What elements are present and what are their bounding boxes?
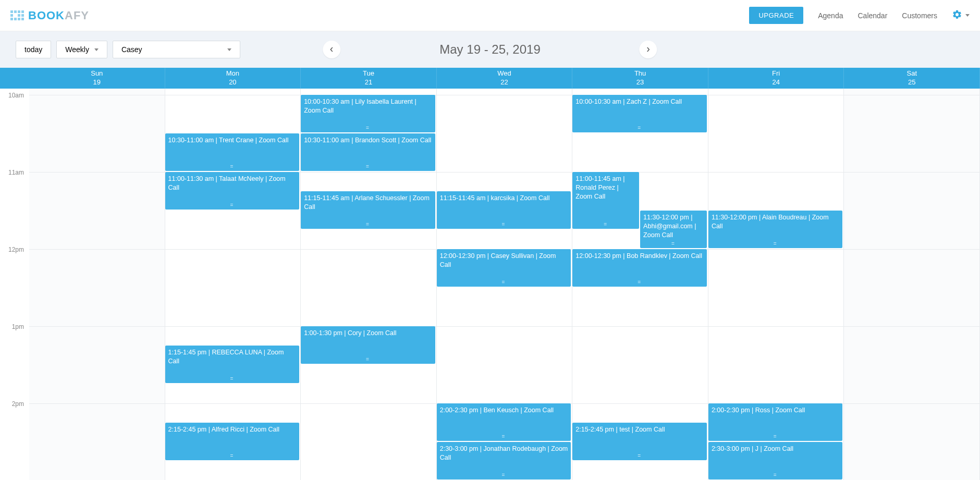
day-column[interactable]: 10:00-10:30 am | Lily Isabella Laurent |…	[301, 89, 437, 480]
event-title: 12:00-12:30 pm | Bob Randklev | Zoom Cal…	[575, 252, 704, 261]
user-select[interactable]: Casey	[113, 41, 240, 58]
chevron-left-icon	[329, 47, 334, 52]
nav-agenda[interactable]: Agenda	[818, 11, 843, 20]
prev-week-button[interactable]	[323, 41, 340, 58]
calendar-event[interactable]: 11:15-11:45 am | karcsika | Zoom Call=	[437, 191, 571, 229]
logo-text: BOOKAFY	[28, 9, 89, 22]
event-title: 11:15-11:45 am | karcsika | Zoom Call	[440, 194, 568, 203]
day-column[interactable]: 11:30-12:00 pm | Alain Boudreau | Zoom C…	[708, 89, 844, 480]
event-title: 2:30-3:00 pm | J | Zoom Call	[712, 445, 840, 453]
calendar-event[interactable]: 2:30-3:00 pm | Jonathan Rodebaugh | Zoom…	[437, 442, 571, 479]
event-title: 11:30-12:00 pm | Alain Boudreau | Zoom C…	[712, 213, 840, 231]
time-label: 10am	[8, 92, 24, 99]
resize-handle-icon[interactable]: =	[774, 240, 778, 248]
event-title: 2:15-2:45 pm | test | Zoom Call	[575, 425, 704, 434]
nav-customers[interactable]: Customers	[902, 11, 937, 20]
calendar-event[interactable]: 10:00-10:30 am | Zach Z | Zoom Call=	[572, 95, 707, 132]
event-title: 2:00-2:30 pm | Ross | Zoom Call	[712, 406, 840, 415]
logo-icon	[10, 10, 24, 20]
event-title: 10:00-10:30 am | Lily Isabella Laurent |…	[304, 97, 432, 115]
calendar-event[interactable]: 11:00-11:30 am | Talaat McNeely | Zoom C…	[165, 172, 300, 210]
resize-handle-icon[interactable]: =	[230, 202, 234, 209]
next-week-button[interactable]	[640, 41, 657, 58]
calendar-event[interactable]: 1:15-1:45 pm | REBECCA LUNA | Zoom Call=	[165, 346, 300, 383]
calendar-event[interactable]: 2:15-2:45 pm | test | Zoom Call=	[572, 423, 707, 460]
day-header-row: Sun19Mon20Tue21Wed22Thu23Fri24Sat25	[0, 68, 980, 89]
event-title: 11:00-11:30 am | Talaat McNeely | Zoom C…	[168, 175, 297, 192]
brand-logo[interactable]: BOOKAFY	[10, 9, 89, 22]
resize-handle-icon[interactable]: =	[366, 125, 370, 132]
gear-icon	[952, 9, 962, 21]
resize-handle-icon[interactable]: =	[230, 452, 234, 460]
day-column[interactable]: 10:00-10:30 am | Zach Z | Zoom Call=11:0…	[572, 89, 708, 480]
grid-body: 10:30-11:00 am | Trent Crane | Zoom Call…	[29, 89, 980, 480]
day-column[interactable]: 10:30-11:00 am | Trent Crane | Zoom Call…	[165, 89, 301, 480]
calendar-event[interactable]: 10:00-10:30 am | Lily Isabella Laurent |…	[301, 95, 435, 132]
calendar-event[interactable]: 12:00-12:30 pm | Casey Sullivan | Zoom C…	[437, 249, 571, 287]
day-header: Mon20	[165, 68, 301, 89]
event-title: 11:15-11:45 am | Arlane Schuessler | Zoo…	[304, 194, 432, 212]
calendar-event[interactable]: 10:30-11:00 am | Brandon Scott | Zoom Ca…	[301, 133, 435, 171]
resize-handle-icon[interactable]: =	[638, 452, 642, 460]
chevron-right-icon	[646, 47, 651, 52]
today-button[interactable]: today	[16, 41, 51, 58]
calendar-event[interactable]: 11:30-12:00 pm | Abhi@gmail.com | Zoom C…	[640, 211, 707, 248]
event-title: 10:30-11:00 am | Brandon Scott | Zoom Ca…	[304, 136, 432, 145]
resize-handle-icon[interactable]: =	[502, 472, 506, 479]
event-title: 11:30-12:00 pm | Abhi@gmail.com | Zoom C…	[643, 213, 704, 240]
resize-handle-icon[interactable]: =	[230, 163, 234, 170]
event-title: 2:30-3:00 pm | Jonathan Rodebaugh | Zoom…	[440, 445, 568, 462]
calendar-toolbar: today Weekly Casey May 19 - 25, 2019	[0, 31, 980, 68]
resize-handle-icon[interactable]: =	[638, 279, 642, 286]
resize-handle-icon[interactable]: =	[366, 356, 370, 363]
settings-menu[interactable]	[952, 9, 970, 21]
calendar-event[interactable]: 11:00-11:45 am | Ronald Perez | Zoom Cal…	[572, 172, 639, 229]
nav-calendar[interactable]: Calendar	[858, 11, 887, 20]
view-select[interactable]: Weekly	[56, 41, 107, 58]
resize-handle-icon[interactable]: =	[502, 433, 506, 440]
resize-handle-icon[interactable]: =	[230, 375, 234, 383]
calendar-event[interactable]: 11:15-11:45 am | Arlane Schuessler | Zoo…	[301, 191, 435, 229]
calendar-event[interactable]: 11:30-12:00 pm | Alain Boudreau | Zoom C…	[708, 211, 843, 248]
resize-handle-icon[interactable]: =	[502, 279, 506, 286]
app-header: BOOKAFY UPGRADE Agenda Calendar Customer…	[0, 0, 980, 31]
day-column[interactable]	[29, 89, 165, 480]
resize-handle-icon[interactable]: =	[502, 221, 506, 228]
resize-handle-icon[interactable]: =	[366, 163, 370, 170]
resize-handle-icon[interactable]: =	[366, 221, 370, 228]
day-header: Tue21	[301, 68, 437, 89]
day-column[interactable]	[844, 89, 980, 480]
resize-handle-icon[interactable]: =	[774, 433, 778, 440]
calendar-event[interactable]: 2:15-2:45 pm | Alfred Ricci | Zoom Call=	[165, 423, 300, 460]
resize-handle-icon[interactable]: =	[671, 240, 676, 248]
resize-handle-icon[interactable]: =	[638, 125, 642, 132]
calendar-event[interactable]: 12:00-12:30 pm | Bob Randklev | Zoom Cal…	[572, 249, 707, 287]
day-header: Fri24	[708, 68, 844, 89]
event-title: 2:00-2:30 pm | Ben Keusch | Zoom Call	[440, 406, 568, 415]
day-header: Thu23	[572, 68, 708, 89]
time-label: 11am	[8, 169, 24, 176]
calendar-event[interactable]: 2:00-2:30 pm | Ross | Zoom Call=	[708, 403, 843, 441]
day-header: Sun19	[29, 68, 165, 89]
resize-handle-icon[interactable]: =	[774, 472, 778, 479]
upgrade-button[interactable]: UPGRADE	[749, 7, 803, 24]
header-nav: UPGRADE Agenda Calendar Customers	[749, 7, 970, 24]
calendar-event[interactable]: 1:00-1:30 pm | Cory | Zoom Call=	[301, 326, 435, 364]
event-title: 1:00-1:30 pm | Cory | Zoom Call	[304, 329, 432, 338]
event-title: 12:00-12:30 pm | Casey Sullivan | Zoom C…	[440, 252, 568, 269]
calendar-event[interactable]: 10:30-11:00 am | Trent Crane | Zoom Call…	[165, 133, 300, 171]
time-label: 12pm	[8, 246, 24, 253]
caret-down-icon	[94, 48, 99, 51]
event-title: 10:00-10:30 am | Zach Z | Zoom Call	[575, 97, 704, 106]
time-label: 2pm	[12, 400, 24, 408]
day-header: Wed22	[437, 68, 573, 89]
calendar-event[interactable]: 2:30-3:00 pm | J | Zoom Call=	[708, 442, 843, 479]
time-label: 1pm	[12, 323, 24, 330]
day-header: Sat25	[844, 68, 980, 89]
event-title: 1:15-1:45 pm | REBECCA LUNA | Zoom Call	[168, 348, 297, 366]
event-title: 11:00-11:45 am | Ronald Perez | Zoom Cal…	[575, 175, 636, 201]
event-title: 10:30-11:00 am | Trent Crane | Zoom Call	[168, 136, 297, 145]
resize-handle-icon[interactable]: =	[604, 221, 608, 228]
day-column[interactable]: 11:15-11:45 am | karcsika | Zoom Call=12…	[437, 89, 573, 480]
calendar-event[interactable]: 2:00-2:30 pm | Ben Keusch | Zoom Call=	[437, 403, 571, 441]
